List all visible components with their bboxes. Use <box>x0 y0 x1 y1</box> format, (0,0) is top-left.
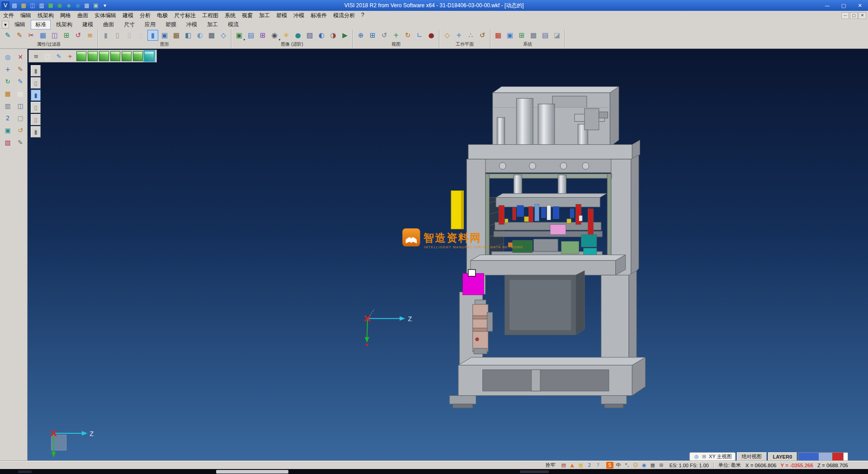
menu-item[interactable]: 分析 <box>137 11 154 20</box>
solid-cube-icon[interactable]: ■ <box>47 1 55 9</box>
workplane-standard-icon[interactable]: ◇ <box>442 30 453 41</box>
info-icon[interactable]: 2 <box>586 462 593 469</box>
zoom-select-icon[interactable]: ◎ <box>2 52 14 62</box>
filter-list-icon[interactable]: ≡ <box>85 30 95 41</box>
system-colors-icon[interactable]: ▦ <box>493 30 504 41</box>
save-icon[interactable]: ◫ <box>28 1 37 9</box>
filter-layer-icon[interactable]: ◫ <box>49 30 60 41</box>
dimension-icon[interactable]: 2 <box>2 113 14 123</box>
close-button[interactable]: ✕ <box>852 0 868 11</box>
rotate-view-icon[interactable]: ↻ <box>402 30 413 41</box>
windows-taskbar[interactable] <box>0 469 868 474</box>
filter-all-icon[interactable]: ▮ <box>31 126 41 137</box>
quick-access-dropdown-icon[interactable]: ▾ <box>101 1 109 9</box>
tab-曲面[interactable]: 曲面 <box>99 20 118 29</box>
sheet-icon[interactable]: ▤ <box>14 88 26 99</box>
image-capture-icon[interactable]: ▣▾ <box>234 30 245 41</box>
tab-建模[interactable]: 建模 <box>78 20 98 29</box>
solid-box-icon[interactable]: ▣ <box>2 125 14 136</box>
render-sphere-icon[interactable]: ● <box>56 1 64 9</box>
color-palette-icon[interactable]: ▦ <box>2 88 14 99</box>
taskbar-item[interactable] <box>18 470 32 473</box>
tab-线架构[interactable]: 线架构 <box>52 20 77 29</box>
ime-lang-icon[interactable]: 中 <box>615 462 622 469</box>
zoom-fit-icon[interactable]: ⊕ <box>355 30 366 41</box>
menu-item[interactable]: 建模 <box>119 11 137 20</box>
tab-编辑[interactable]: 编辑 <box>10 20 30 29</box>
filter-active-icon[interactable]: ▮ <box>31 90 41 101</box>
display-edges-icon[interactable]: ▮ <box>147 30 158 41</box>
maximize-button[interactable]: ▢ <box>835 0 852 11</box>
viewbar-sketch-icon[interactable]: ✎ <box>54 51 64 61</box>
display-perspective-icon[interactable]: ◇ <box>218 30 229 41</box>
system-grid-icon[interactable]: ▩ <box>528 30 539 41</box>
ime-toolbox-icon[interactable]: ⊞ <box>658 462 665 469</box>
system-display-icon[interactable]: ▣ <box>505 30 515 41</box>
menu-item[interactable]: 文件 <box>0 11 17 20</box>
display-transparency-icon[interactable]: ◐ <box>194 30 205 41</box>
tab-dropdown-icon[interactable]: ▼ <box>2 21 9 28</box>
viewport-canvas[interactable]: Z Z 智造资料网 INTELLIGENT MANUFACTURING DATA… <box>28 49 868 461</box>
absolute-view-button[interactable]: 绝对视图 <box>737 452 767 461</box>
snapshot-icon[interactable]: ◉ <box>74 1 82 9</box>
image-light-icon[interactable]: ✳ <box>281 30 292 41</box>
tab-尺寸[interactable]: 尺寸 <box>119 20 139 29</box>
workplane-3point-icon[interactable]: ∴ <box>465 30 476 41</box>
translate-icon[interactable]: + <box>2 64 14 75</box>
view-selector-label[interactable]: XY 主视图 <box>709 453 732 460</box>
view-front-icon[interactable] <box>99 51 109 61</box>
layer-button[interactable]: LAYER0 <box>768 452 797 461</box>
delete-element-icon[interactable]: ✕ <box>14 52 26 62</box>
menu-item[interactable]: 线架构 <box>34 11 57 20</box>
properties-copy-icon[interactable]: ✎ <box>14 30 25 41</box>
layer-color-bar[interactable] <box>798 452 848 461</box>
flame-icon[interactable]: ▲ <box>569 462 576 469</box>
menu-item[interactable]: 标准件 <box>307 11 330 20</box>
tab-标准[interactable]: 标准 <box>31 20 51 29</box>
view-normal-icon[interactable]: ∟ <box>414 30 425 41</box>
image-material-icon[interactable]: ● <box>292 30 303 41</box>
help-tray-icon[interactable]: ? <box>594 462 602 469</box>
display-section-icon[interactable]: ◧ <box>183 30 193 41</box>
redraw-icon[interactable]: ● <box>426 30 437 41</box>
display-texture-icon[interactable]: ▦ <box>171 30 182 41</box>
taskbar-item[interactable] <box>520 470 549 473</box>
view-left-icon[interactable] <box>110 51 120 61</box>
menu-item[interactable]: 电极 <box>154 11 171 20</box>
system-info-icon[interactable]: ◪ <box>552 30 562 41</box>
workplane-reset-icon[interactable]: ↺ <box>477 30 488 41</box>
view-back-icon[interactable] <box>133 51 143 61</box>
menu-item[interactable]: 模流分析 <box>330 11 358 20</box>
book-icon[interactable]: ▤ <box>560 462 567 469</box>
layer-manager-icon[interactable]: ◫ <box>14 100 26 111</box>
options-icon[interactable]: ▣ <box>92 1 100 9</box>
ime-emoji-icon[interactable]: ☺ <box>632 462 639 469</box>
image-animation-icon[interactable]: ▶ <box>340 30 350 41</box>
image-background-icon[interactable]: ▨ <box>304 30 315 41</box>
edit-surface-icon[interactable]: ✎ <box>14 76 26 87</box>
view-dynamic-icon[interactable] <box>144 51 154 61</box>
view-right-icon[interactable] <box>122 51 132 61</box>
filter-reset-icon[interactable]: ↺ <box>73 30 84 41</box>
pan-view-icon[interactable]: + <box>391 30 401 41</box>
display-render-icon[interactable]: ▣ <box>159 30 170 41</box>
measure-icon[interactable]: ◆ <box>65 1 73 9</box>
tab-冲模[interactable]: 冲模 <box>182 20 202 29</box>
viewbar-menu-icon[interactable]: ≡ <box>31 51 41 61</box>
view-selector[interactable]: ◎⊞ XY 主视图 <box>689 452 736 461</box>
menu-item[interactable]: 尺寸标注 <box>171 11 199 20</box>
workplane-align-icon[interactable]: + <box>453 30 464 41</box>
display-hidden-line-icon[interactable]: ▯ <box>124 30 135 41</box>
annotate-icon[interactable]: ✎ <box>14 137 26 148</box>
filter-wireframe-icon[interactable]: ▯ <box>31 102 41 113</box>
menu-item[interactable]: 网格 <box>57 11 74 20</box>
minimize-button[interactable]: — <box>819 0 835 11</box>
ime-mic-icon[interactable]: ◉ <box>641 462 648 469</box>
mdi-minimize-button[interactable]: — <box>841 12 849 19</box>
view-split-icon[interactable]: ⊞ <box>701 453 708 460</box>
tab-模流[interactable]: 模流 <box>223 20 243 29</box>
sogou-logo-icon[interactable]: S <box>606 462 613 469</box>
menu-item[interactable]: 视窗 <box>239 11 256 20</box>
tab-应用[interactable]: 应用 <box>140 20 160 29</box>
display-shadow-icon[interactable]: ▩ <box>206 30 217 41</box>
